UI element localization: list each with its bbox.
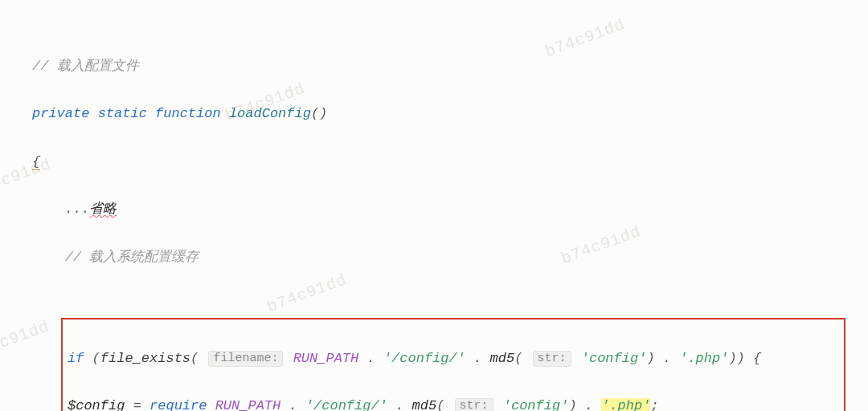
keyword-private: private (32, 106, 89, 121)
code-line[interactable]: ...省略 (0, 197, 868, 222)
function-name: loadConfig (229, 106, 311, 121)
code-editor[interactable]: // 载入配置文件 private static function loadCo… (0, 6, 868, 411)
inlay-str: str: (533, 351, 571, 367)
keyword-require: require (149, 398, 207, 411)
func-md5: md5 (490, 351, 515, 366)
code-line[interactable]: // 载入配置文件 (0, 55, 868, 79)
code-line[interactable]: $config = require RUN_PATH . '/config/' … (68, 394, 839, 411)
const-runpath: RUN_PATH (215, 398, 281, 411)
code-line[interactable]: if (file_exists( filename: RUN_PATH . '/… (68, 347, 839, 371)
keyword-if: if (68, 351, 84, 366)
func-md5: md5 (412, 398, 437, 411)
ellipsis: ... (65, 201, 90, 217)
var-config: $config (68, 398, 125, 411)
string-configdir: '/config/' (383, 351, 465, 366)
func-file-exists: file_exists (100, 351, 190, 366)
inlay-filename: filename: (208, 351, 283, 367)
comment-text: // 载入配置文件 (32, 59, 139, 74)
string-config: 'config' (581, 351, 647, 366)
code-line[interactable]: // 载入系统配置缓存 (0, 246, 868, 270)
keyword-static: static (98, 106, 147, 121)
highlighted-code-block: if (file_exists( filename: RUN_PATH . '/… (61, 318, 845, 411)
const-runpath: RUN_PATH (293, 351, 359, 366)
comment-text: // 载入系统配置缓存 (65, 250, 199, 265)
keyword-function: function (155, 106, 221, 121)
omit-text: 省略 (89, 201, 117, 217)
string-php: '.php' (679, 351, 728, 366)
code-line[interactable]: private static function loadConfig() (0, 102, 868, 126)
inlay-str: str: (455, 398, 493, 411)
string-configdir: '/config/' (305, 398, 387, 411)
string-config: 'config' (503, 398, 569, 411)
string-php-highlighted: '.php' (601, 398, 650, 411)
code-line[interactable]: { (0, 150, 868, 174)
